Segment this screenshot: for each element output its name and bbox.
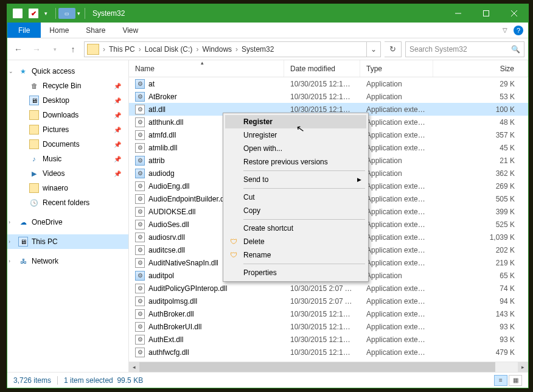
file-icon (135, 105, 145, 114)
forward-button[interactable]: → (29, 42, 44, 57)
qat-item-icon[interactable] (11, 7, 24, 20)
menu-item[interactable]: Create shortcut (225, 222, 366, 235)
search-icon[interactable]: 🔍 (511, 45, 520, 54)
sidebar-quick-access[interactable]: ⌄ ★ Quick access (7, 64, 128, 79)
shield-icon: 🛡 (229, 250, 239, 260)
refresh-button[interactable]: ↻ (385, 41, 402, 57)
menu-item[interactable]: Unregister (225, 128, 366, 142)
sidebar-item[interactable]: ▶Videos📌 (7, 166, 128, 181)
scroll-left-icon[interactable]: ◂ (129, 362, 139, 373)
file-type: Application extens... (360, 208, 433, 216)
menu-item[interactable]: Properties (225, 266, 366, 279)
menu-item-label: Create shortcut (243, 224, 293, 233)
chevron-right-icon[interactable]: › (195, 45, 200, 54)
chevron-right-icon[interactable]: › (9, 219, 10, 225)
breadcrumb[interactable]: Local Disk (C:) (142, 45, 195, 54)
breadcrumb[interactable]: This PC (106, 45, 138, 54)
table-row[interactable]: auditpolmsg.dll10/30/2015 2:07 AMApplica… (129, 295, 528, 307)
breadcrumb[interactable]: Windows (200, 45, 234, 54)
table-row[interactable]: authfwcfg.dll10/30/2015 12:17 ...Applica… (129, 346, 528, 359)
separator (55, 8, 56, 19)
view-details-button[interactable]: ≡ (494, 375, 507, 386)
sidebar-item[interactable]: ♪Music📌 (7, 152, 128, 166)
address-dropdown-icon[interactable]: ⌄ (366, 42, 380, 57)
separator (85, 8, 85, 19)
sidebar-this-pc[interactable]: › 🖥 This PC (7, 234, 128, 249)
view-icons-button[interactable]: ▦ (509, 375, 522, 386)
sidebar-item[interactable]: winaero (7, 181, 128, 195)
pin-icon: 📌 (114, 141, 121, 148)
chevron-right-icon: ▶ (357, 177, 361, 183)
scroll-right-icon[interactable]: ▸ (518, 362, 528, 373)
table-row[interactable]: AuthBroker.dll10/30/2015 12:17 ...Applic… (129, 307, 528, 320)
menu-item[interactable]: Open with... (225, 142, 366, 155)
chevron-right-icon[interactable]: › (9, 258, 10, 264)
table-row[interactable]: AuthBrokerUI.dll10/30/2015 12:17 ...Appl… (129, 320, 528, 333)
table-row[interactable]: AuthExt.dll10/30/2015 12:18 ...Applicati… (129, 333, 528, 346)
sidebar-label: Network (32, 257, 58, 265)
sidebar-item[interactable]: Documents📌 (7, 137, 128, 152)
chevron-right-icon[interactable]: › (234, 45, 239, 54)
horizontal-scrollbar[interactable]: ◂ ▸ (129, 362, 528, 372)
address-bar[interactable]: › This PC › Local Disk (C:) › Windows › … (84, 41, 381, 57)
menu-item[interactable]: 🛡Rename (225, 248, 366, 262)
file-name: auditpolmsg.dll (148, 297, 197, 306)
menu-item[interactable]: Send to▶ (225, 173, 366, 186)
menu-item[interactable]: Restore previous versions (225, 155, 366, 169)
table-row[interactable]: at10/30/2015 12:17 ...Application29 K (129, 77, 528, 90)
file-type: Application extens... (360, 144, 433, 152)
ribbon-expand-icon[interactable]: ▽ (503, 27, 507, 33)
file-name: AuthExt.dll (148, 335, 183, 344)
minimize-button[interactable] (444, 4, 472, 23)
chevron-right-icon[interactable]: › (102, 45, 106, 54)
status-selected: 1 item selected (64, 376, 113, 385)
tab-view[interactable]: View (114, 23, 147, 38)
back-button[interactable]: ← (11, 42, 26, 57)
file-icon (135, 194, 145, 204)
sidebar-item[interactable]: 🗑Recycle Bin📌 (7, 79, 128, 93)
search-input[interactable]: Search System32 🔍 (405, 41, 524, 57)
chevron-down-icon[interactable]: ⌄ (9, 68, 13, 74)
file-type: Application extens... (360, 182, 433, 191)
menu-dropdown-icon[interactable]: ▾ (75, 10, 82, 16)
file-name: attrib (148, 156, 165, 165)
menu-item[interactable]: 🛡Delete (225, 235, 366, 248)
chevron-right-icon[interactable]: › (9, 239, 10, 245)
sidebar-item-label: Documents (43, 140, 80, 149)
sidebar-network[interactable]: › 🖧 Network (7, 254, 128, 268)
window-title: System32 (92, 9, 125, 18)
file-icon (135, 245, 145, 255)
tab-share[interactable]: Share (77, 23, 114, 38)
help-icon[interactable]: ? (514, 26, 523, 35)
close-button[interactable] (500, 4, 528, 23)
chevron-right-icon[interactable]: › (138, 45, 142, 54)
file-date: 10/30/2015 12:18 ... (284, 335, 360, 344)
file-size: 29 K (433, 80, 528, 88)
recent-dropdown-icon[interactable]: ▾ (47, 42, 62, 57)
menu-item[interactable]: Register (225, 115, 366, 128)
up-button[interactable]: ↑ (66, 42, 80, 57)
sidebar-item-label: Downloads (43, 111, 78, 119)
maximize-button[interactable] (472, 4, 500, 23)
column-type[interactable]: Type (360, 60, 433, 77)
column-date[interactable]: Date modified (284, 60, 360, 77)
sidebar-item[interactable]: 🕓Recent folders (7, 195, 128, 210)
column-name[interactable]: Name (129, 60, 284, 77)
sidebar-onedrive[interactable]: › ☁ OneDrive (7, 215, 128, 229)
file-date: 10/30/2015 12:17 ... (284, 80, 360, 88)
sidebar-item[interactable]: 🖥Desktop📌 (7, 93, 128, 108)
column-size[interactable]: Size (433, 60, 528, 77)
table-row[interactable]: AuditPolicyGPInterop.dll10/30/2015 2:07 … (129, 282, 528, 295)
table-row[interactable]: AtBroker10/30/2015 12:17 ...Application5… (129, 90, 528, 103)
sidebar-item[interactable]: Downloads📌 (7, 108, 128, 122)
tab-home[interactable]: Home (41, 23, 77, 38)
menu-item[interactable]: Copy (225, 204, 366, 217)
qat-properties-icon[interactable]: ✔ (27, 7, 40, 20)
breadcrumb[interactable]: System32 (239, 45, 276, 54)
scroll-thumb[interactable] (139, 362, 495, 372)
menu-item[interactable]: Cut (225, 191, 366, 204)
sidebar-item[interactable]: Pictures📌 (7, 122, 128, 137)
tab-file[interactable]: File (7, 23, 41, 38)
qat-dropdown-icon[interactable]: ▾ (43, 10, 49, 16)
file-type: Application extens... (360, 310, 433, 318)
